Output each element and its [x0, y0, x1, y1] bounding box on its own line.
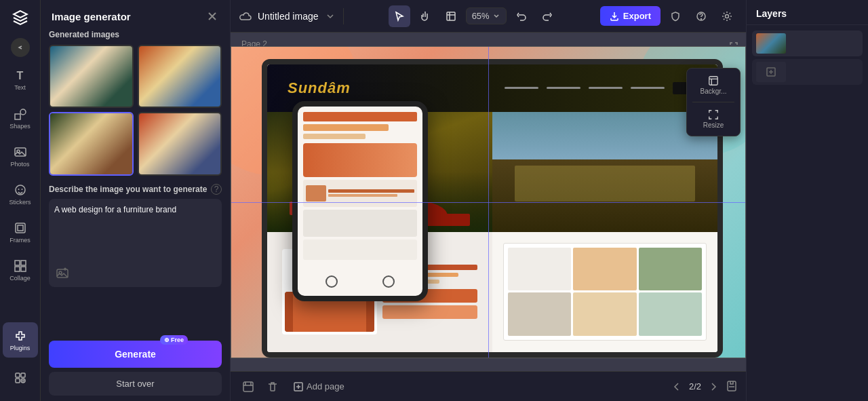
panel-footer: Free Generate Start over: [41, 335, 230, 401]
describe-textarea[interactable]: [54, 204, 216, 265]
svg-rect-8: [18, 225, 23, 231]
svg-rect-12: [21, 267, 26, 271]
sidebar-item-text[interactable]: T Text: [3, 62, 38, 98]
export-button[interactable]: Export: [600, 6, 660, 26]
describe-header: Describe the image you want to generate …: [49, 184, 222, 195]
layer-item-1[interactable]: [752, 31, 863, 56]
svg-point-22: [726, 14, 729, 18]
toolbar-right: Export: [600, 5, 738, 27]
start-over-button[interactable]: Start over: [49, 372, 222, 396]
svg-rect-14: [21, 373, 25, 377]
describe-section: Describe the image you want to generate …: [41, 184, 230, 292]
panel-close-btn[interactable]: [205, 9, 219, 23]
svg-rect-24: [243, 382, 253, 392]
sidebar-item-photos[interactable]: Photos: [3, 138, 38, 174]
hand-tool-btn[interactable]: [414, 5, 436, 27]
tablet-frame: [292, 101, 428, 301]
svg-point-21: [701, 18, 702, 19]
generated-label: Generated images: [49, 30, 222, 39]
svg-point-1: [20, 109, 26, 115]
free-badge: Free: [160, 335, 188, 345]
left-sidebar: T Text Shapes Photos Stickers Frames: [0, 0, 41, 401]
svg-rect-11: [15, 267, 20, 271]
settings-icon-btn[interactable]: [716, 5, 738, 27]
document-title: Untitled image: [258, 11, 319, 22]
thumbnail-1-image: [50, 46, 132, 107]
bottom-toolbar: Add page 2/2: [231, 371, 746, 401]
svg-rect-19: [447, 12, 455, 20]
context-resize-label: Resize: [703, 121, 724, 129]
sidebar-item-collage[interactable]: Collage: [3, 252, 38, 288]
add-page-btn[interactable]: Add page: [288, 379, 350, 395]
thumbnail-4-image: [139, 113, 221, 174]
sidebar-item-stickers[interactable]: Stickers: [3, 176, 38, 212]
sidebar-item-extra[interactable]: [3, 360, 38, 396]
image-upload-icon[interactable]: [54, 265, 71, 282]
cloud-save-icon[interactable]: [239, 9, 252, 23]
plugin-panel: Image generator Generated images Des: [41, 0, 231, 401]
sidebar-item-frames[interactable]: Frames: [3, 214, 38, 250]
layers-panel: Layers: [746, 0, 868, 401]
layer-item-2[interactable]: [752, 59, 863, 85]
generated-images-section: Generated images: [41, 30, 230, 184]
info-icon[interactable]: ?: [211, 184, 222, 195]
svg-rect-7: [16, 223, 25, 233]
redo-btn[interactable]: [536, 5, 558, 27]
zoom-control[interactable]: 65%: [466, 7, 507, 24]
bottom-left: Add page: [239, 377, 350, 396]
thumbnail-3[interactable]: [49, 112, 134, 175]
sidebar-item-plugins[interactable]: Plugins: [3, 322, 38, 358]
brand-logo-text: Sundâm: [288, 79, 351, 97]
bottom-right: 2/2: [669, 379, 738, 395]
undo-btn[interactable]: [511, 5, 532, 27]
save-to-cloud-icon[interactable]: [239, 377, 258, 396]
top-toolbar: Untitled image: [231, 0, 746, 33]
generate-button[interactable]: Free Generate: [49, 341, 222, 368]
page-counter: 2/2: [689, 381, 701, 392]
svg-point-5: [18, 189, 19, 190]
thumbnail-3-image: [50, 113, 132, 174]
context-background-btn[interactable]: Backgr...: [690, 71, 737, 99]
toolbar-left: Untitled image: [239, 9, 335, 23]
canvas-container[interactable]: Page 2 Sundâm: [231, 33, 746, 371]
canvas-page[interactable]: Sundâm: [231, 46, 746, 358]
svg-rect-13: [16, 373, 20, 377]
app-logo[interactable]: [8, 5, 33, 30]
thumbnail-1[interactable]: [49, 45, 134, 108]
thumbnail-2[interactable]: [138, 45, 222, 108]
panel-header: Image generator: [41, 0, 230, 30]
prev-page-btn[interactable]: [669, 379, 685, 395]
context-menu: Backgr... Resize: [686, 68, 741, 136]
panel-title: Image generator: [52, 11, 131, 22]
svg-rect-23: [709, 77, 717, 85]
delete-icon[interactable]: [263, 377, 282, 396]
download-icon[interactable]: [726, 379, 738, 394]
svg-rect-9: [15, 261, 20, 265]
thumbnail-2-image: [139, 46, 221, 107]
next-page-btn[interactable]: [705, 379, 722, 395]
toolbar-divider-1: [343, 8, 344, 24]
outdoor-section: [492, 112, 717, 232]
frame-tool-btn[interactable]: [440, 5, 462, 27]
layer-thumb-2: [756, 62, 786, 82]
shelf-section: [492, 232, 717, 352]
title-dropdown-icon[interactable]: [326, 12, 335, 21]
svg-rect-10: [21, 261, 26, 265]
help-icon-btn[interactable]: [690, 5, 712, 27]
textarea-wrapper: [49, 199, 222, 287]
svg-point-6: [21, 189, 22, 190]
canvas-area: Untitled image: [231, 0, 746, 401]
describe-label: Describe the image you want to generate: [49, 185, 207, 194]
select-tool-btn[interactable]: [389, 5, 410, 27]
toolbar-center: 65%: [352, 5, 595, 27]
svg-rect-0: [15, 114, 20, 119]
shield-icon-btn[interactable]: [665, 5, 686, 27]
thumbnail-4[interactable]: [138, 112, 222, 175]
context-background-label: Backgr...: [701, 88, 727, 95]
layers-header: Layers: [747, 0, 868, 25]
context-divider: [692, 102, 734, 102]
sidebar-collapse-btn[interactable]: [11, 38, 30, 57]
thumbnail-grid: [49, 45, 222, 176]
sidebar-item-shapes[interactable]: Shapes: [3, 100, 38, 136]
context-resize-btn[interactable]: Resize: [690, 105, 737, 133]
